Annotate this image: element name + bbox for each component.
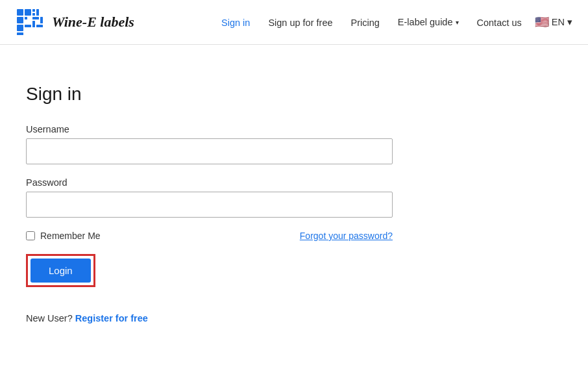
svg-rect-6 [17, 32, 23, 35]
password-label: Password [26, 177, 376, 188]
nav-item-elabel[interactable]: E-label guide ▾ [398, 17, 459, 27]
remember-me-checkbox[interactable] [26, 231, 35, 240]
page-title: Sign in [26, 84, 376, 105]
new-user-label: New User? [26, 313, 73, 323]
svg-rect-4 [17, 25, 23, 31]
password-input[interactable] [26, 192, 393, 218]
elabel-dropdown[interactable]: E-label guide ▾ [398, 17, 459, 27]
remember-me-label: Remember Me [40, 231, 101, 241]
chevron-down-icon: ▾ [456, 19, 459, 26]
nav-item-signin[interactable]: Sign in [221, 17, 250, 28]
login-button[interactable]: Login [31, 259, 91, 283]
svg-rect-0 [17, 9, 23, 16]
language-selector[interactable]: 🇺🇸 EN ▾ [535, 15, 572, 29]
login-button-wrapper: Login [26, 254, 95, 287]
pricing-link[interactable]: Pricing [351, 18, 380, 28]
register-link[interactable]: Register for free [75, 313, 148, 323]
svg-rect-2 [17, 17, 23, 23]
forgot-password-link[interactable]: Forgot your password? [300, 231, 393, 241]
logo-icon [16, 8, 49, 36]
username-group: Username [26, 124, 376, 164]
password-group: Password [26, 177, 376, 218]
username-input[interactable] [26, 138, 393, 164]
svg-rect-7 [32, 9, 35, 12]
svg-rect-11 [32, 21, 35, 27]
elabel-label: E-label guide [398, 17, 453, 27]
signup-link[interactable]: Sign up for free [268, 18, 332, 28]
nav-item-contact[interactable]: Contact us [477, 17, 522, 28]
username-label: Username [26, 124, 376, 134]
nav-item-signup[interactable]: Sign up for free [268, 17, 332, 28]
svg-rect-1 [25, 9, 31, 16]
svg-rect-9 [32, 13, 35, 16]
svg-rect-12 [36, 25, 43, 27]
flag-icon: 🇺🇸 [535, 15, 549, 29]
main-content: Sign in Username Password Remember Me Fo… [0, 45, 402, 349]
remember-me-group: Remember Me [26, 231, 101, 241]
nav-links: Sign in Sign up for free Pricing E-label… [221, 17, 522, 28]
lang-chevron-icon: ▾ [567, 17, 572, 27]
svg-rect-3 [25, 17, 27, 19]
svg-rect-8 [36, 9, 39, 16]
signin-link[interactable]: Sign in [221, 18, 250, 28]
logo-text: Wine-E labels [52, 14, 134, 31]
new-user-text: New User? Register for free [26, 313, 376, 323]
contact-link[interactable]: Contact us [477, 18, 522, 28]
logo-link[interactable]: Wine-E labels [16, 8, 134, 36]
navbar: Wine-E labels Sign in Sign up for free P… [0, 0, 588, 45]
svg-rect-10 [32, 17, 39, 19]
nav-item-pricing[interactable]: Pricing [351, 17, 380, 28]
lang-code: EN [552, 17, 565, 27]
checkbox-row: Remember Me Forgot your password? [26, 231, 393, 241]
svg-rect-13 [40, 17, 43, 23]
svg-rect-5 [25, 25, 31, 27]
